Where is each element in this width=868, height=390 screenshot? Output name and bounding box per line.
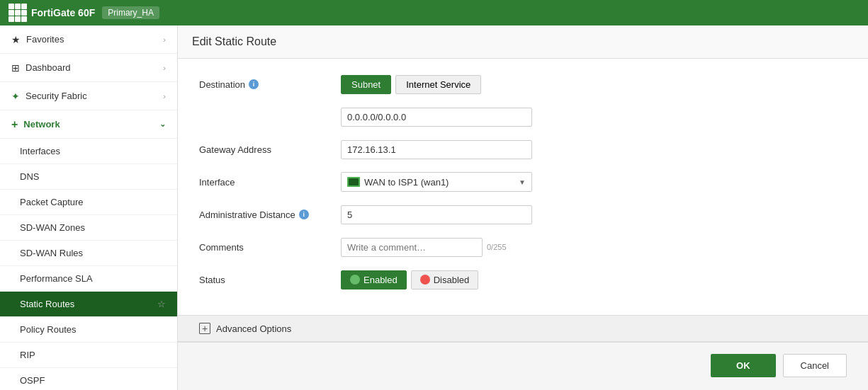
- sidebar-item-performance-sla[interactable]: Performance SLA: [0, 266, 177, 292]
- enabled-label: Enabled: [363, 275, 398, 285]
- sidebar-item-label: Policy Routes: [20, 324, 76, 335]
- sidebar-item-ospf[interactable]: OSPF: [0, 368, 177, 390]
- form-footer: OK Cancel: [178, 342, 868, 389]
- sidebar-item-dns[interactable]: DNS: [0, 164, 177, 190]
- admin-distance-input-area: [341, 205, 847, 224]
- gateway-label: Gateway Address: [199, 144, 341, 155]
- edit-form: Destination i Subnet Internet Service Ga…: [178, 59, 868, 315]
- status-enabled-button[interactable]: Enabled: [341, 270, 407, 289]
- favorite-star-icon[interactable]: ☆: [157, 299, 166, 309]
- destination-info-icon[interactable]: i: [249, 79, 259, 89]
- disabled-label: Disabled: [434, 275, 470, 285]
- chevron-right-icon: ›: [163, 64, 166, 72]
- sidebar-item-label: SD-WAN Rules: [20, 248, 83, 258]
- interface-select[interactable]: WAN to ISP1 (wan1) ▼: [341, 172, 532, 192]
- star-icon: ★: [11, 34, 21, 45]
- destination-controls: Subnet Internet Service: [341, 75, 847, 94]
- sidebar-item-label: Packet Capture: [20, 197, 84, 207]
- sidebar-item-label: DNS: [20, 171, 39, 182]
- subnet-tab[interactable]: Subnet: [341, 75, 391, 94]
- sidebar-item-static-routes[interactable]: Static Routes ☆: [0, 292, 177, 317]
- sidebar-item-rip[interactable]: RIP: [0, 343, 177, 368]
- app-logo: FortiGate 60F: [9, 4, 95, 22]
- sidebar-item-security-fabric[interactable]: ✦ Security Fabric ›: [0, 82, 177, 110]
- sidebar-item-sdwan-zones[interactable]: SD-WAN Zones: [0, 215, 177, 241]
- gateway-row: Gateway Address: [199, 138, 847, 161]
- sidebar-item-packet-capture[interactable]: Packet Capture: [0, 190, 177, 215]
- sidebar-item-label: Dashboard: [26, 62, 71, 73]
- sidebar-item-label: Network: [23, 119, 60, 130]
- sidebar-item-policy-routes[interactable]: Policy Routes: [0, 317, 177, 343]
- fabric-icon: ✦: [11, 91, 20, 102]
- sidebar-item-label: Favorites: [26, 34, 64, 45]
- network-icon: +: [11, 118, 18, 131]
- char-count: 0/255: [487, 243, 507, 251]
- topbar: FortiGate 60F Primary_HA: [0, 0, 868, 25]
- grid-icon: ⊞: [11, 62, 20, 74]
- logo-grid-icon: [9, 4, 27, 22]
- gateway-input[interactable]: [341, 140, 532, 159]
- comments-row: Comments 0/255: [199, 236, 847, 258]
- enabled-icon: [350, 275, 360, 285]
- subnet-input[interactable]: [341, 108, 532, 127]
- status-label: Status: [199, 275, 341, 285]
- interface-value: WAN to ISP1 (wan1): [364, 177, 514, 188]
- status-buttons: Enabled Disabled: [341, 270, 847, 289]
- sidebar-item-interfaces[interactable]: Interfaces: [0, 139, 177, 164]
- admin-distance-label: Administrative Distance i: [199, 210, 341, 220]
- subnet-row: [199, 105, 847, 128]
- sidebar: ★ Favorites › ⊞ Dashboard › ✦ Security F…: [0, 25, 178, 390]
- cancel-button[interactable]: Cancel: [783, 354, 847, 377]
- status-row: Status Enabled Disabled: [199, 268, 847, 291]
- chevron-down-icon: ⌄: [159, 120, 166, 129]
- advanced-options-section[interactable]: + Advanced Options: [178, 315, 868, 342]
- destination-label: Destination i: [199, 79, 341, 90]
- admin-distance-info-icon[interactable]: i: [299, 210, 309, 219]
- sidebar-item-label: OSPF: [20, 375, 45, 386]
- status-disabled-button[interactable]: Disabled: [411, 270, 479, 289]
- sidebar-item-favorites[interactable]: ★ Favorites ›: [0, 25, 177, 54]
- sidebar-item-label: Security Fabric: [26, 91, 87, 101]
- destination-row: Destination i Subnet Internet Service: [199, 73, 847, 96]
- disabled-icon: [420, 275, 430, 285]
- sidebar-item-label: SD-WAN Zones: [20, 222, 85, 233]
- plus-icon: +: [199, 323, 210, 334]
- sidebar-item-label: Static Routes: [20, 299, 74, 309]
- interface-select-area: WAN to ISP1 (wan1) ▼: [341, 172, 847, 192]
- subnet-input-area: [341, 108, 847, 127]
- main-layout: ★ Favorites › ⊞ Dashboard › ✦ Security F…: [0, 25, 868, 390]
- sidebar-item-label: Interfaces: [20, 146, 60, 156]
- interface-row: Interface WAN to ISP1 (wan1) ▼: [199, 171, 847, 193]
- sidebar-item-sdwan-rules[interactable]: SD-WAN Rules: [0, 241, 177, 266]
- gateway-input-area: [341, 140, 847, 159]
- sidebar-item-network[interactable]: + Network ⌄: [0, 110, 177, 139]
- admin-distance-row: Administrative Distance i: [199, 203, 847, 226]
- comments-label: Comments: [199, 242, 341, 253]
- interface-icon: [347, 177, 360, 187]
- content-area: Edit Static Route Destination i Subnet I…: [178, 25, 868, 390]
- ok-button[interactable]: OK: [711, 354, 776, 377]
- chevron-right-icon: ›: [163, 92, 166, 101]
- hostname-badge: Primary_HA: [102, 6, 159, 19]
- internet-service-tab[interactable]: Internet Service: [395, 75, 481, 94]
- sidebar-item-label: RIP: [20, 350, 35, 360]
- interface-label: Interface: [199, 177, 341, 188]
- admin-distance-input[interactable]: [341, 205, 532, 224]
- page-title: Edit Static Route: [178, 25, 868, 59]
- comments-input[interactable]: [341, 238, 483, 257]
- chevron-right-icon: ›: [163, 35, 166, 44]
- dropdown-arrow-icon: ▼: [519, 178, 526, 186]
- sidebar-item-dashboard[interactable]: ⊞ Dashboard ›: [0, 54, 177, 82]
- comments-input-area: 0/255: [341, 238, 847, 257]
- sidebar-item-label: Performance SLA: [20, 273, 93, 284]
- app-name: FortiGate 60F: [31, 7, 95, 18]
- advanced-options-label: Advanced Options: [216, 323, 291, 334]
